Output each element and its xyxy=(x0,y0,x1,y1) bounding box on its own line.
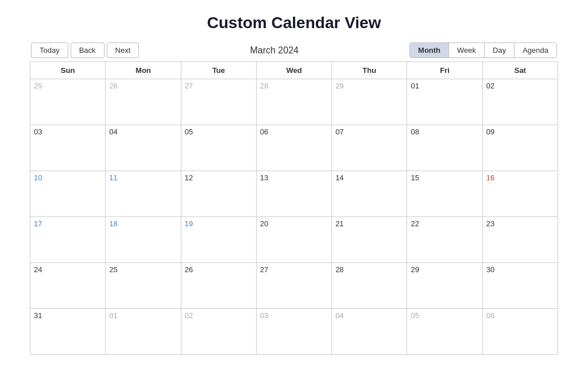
day-number: 21 xyxy=(335,219,343,228)
day-number: 16 xyxy=(486,173,494,182)
day-number: 26 xyxy=(185,265,193,274)
calendar-cell[interactable]: 04 xyxy=(106,125,181,171)
calendar-cell[interactable]: 07 xyxy=(332,125,407,171)
calendar-cell[interactable]: 30 xyxy=(482,263,558,309)
day-number: 28 xyxy=(335,265,343,274)
day-number: 03 xyxy=(260,311,268,320)
current-month-label: March 2024 xyxy=(139,45,409,56)
view-agenda-button[interactable]: Agenda xyxy=(514,43,556,57)
next-button[interactable]: Next xyxy=(107,42,140,58)
calendar-cell[interactable]: 22 xyxy=(407,217,482,263)
day-number: 02 xyxy=(185,311,193,320)
day-number: 05 xyxy=(185,127,193,136)
calendar-week-row: 17181920212223 xyxy=(30,217,558,263)
calendar-cell[interactable]: 21 xyxy=(332,217,407,263)
calendar-cell[interactable]: 26 xyxy=(181,263,256,309)
day-number: 25 xyxy=(34,82,42,90)
calendar-cell[interactable]: 05 xyxy=(181,125,256,171)
calendar-cell[interactable]: 27 xyxy=(256,263,331,309)
day-number: 27 xyxy=(260,265,268,274)
calendar-cell[interactable]: 31 xyxy=(30,309,106,355)
calendar-cell[interactable]: 05 xyxy=(407,309,482,355)
day-number: 13 xyxy=(260,173,268,182)
day-number: 19 xyxy=(185,219,193,228)
calendar-cell[interactable]: 17 xyxy=(30,217,106,263)
day-number: 06 xyxy=(260,127,268,136)
calendar-cell[interactable]: 25 xyxy=(106,263,181,309)
day-number: 09 xyxy=(486,127,494,136)
calendar-table: Sun Mon Tue Wed Thu Fri Sat 252627282901… xyxy=(30,61,558,355)
page-title: Custom Calendar View xyxy=(0,0,588,42)
calendar-cell[interactable]: 02 xyxy=(181,309,256,355)
calendar-week-row: 10111213141516 xyxy=(30,171,558,217)
calendar-cell[interactable]: 28 xyxy=(332,263,407,309)
calendar-cell[interactable]: 18 xyxy=(106,217,181,263)
calendar-cell[interactable]: 16 xyxy=(482,171,558,217)
calendar-cell[interactable]: 09 xyxy=(482,125,558,171)
col-thu: Thu xyxy=(332,62,407,79)
view-day-button[interactable]: Day xyxy=(485,43,514,57)
col-fri: Fri xyxy=(407,62,482,79)
view-week-button[interactable]: Week xyxy=(449,43,485,57)
today-button[interactable]: Today xyxy=(31,42,68,58)
calendar-cell[interactable]: 23 xyxy=(482,217,558,263)
calendar-cell[interactable]: 28 xyxy=(256,79,331,125)
day-number: 18 xyxy=(109,219,117,228)
toolbar: Today Back Next March 2024 Month Week Da… xyxy=(30,42,558,58)
calendar-cell[interactable]: 29 xyxy=(332,79,407,125)
day-number: 22 xyxy=(411,219,419,228)
day-number: 26 xyxy=(109,82,117,90)
calendar-cell[interactable]: 01 xyxy=(106,309,181,355)
calendar-cell[interactable]: 13 xyxy=(256,171,331,217)
day-number: 04 xyxy=(335,311,343,320)
calendar-cell[interactable]: 01 xyxy=(407,79,482,125)
calendar-cell[interactable]: 14 xyxy=(332,171,407,217)
toolbar-left: Today Back Next xyxy=(31,42,139,58)
day-number: 01 xyxy=(411,82,419,90)
day-number: 17 xyxy=(34,219,42,228)
back-button[interactable]: Back xyxy=(71,42,105,58)
calendar-cell[interactable]: 19 xyxy=(181,217,256,263)
day-number: 15 xyxy=(411,173,419,182)
calendar-cell[interactable]: 15 xyxy=(407,171,482,217)
day-number: 23 xyxy=(486,219,494,228)
calendar-cell[interactable]: 24 xyxy=(30,263,106,309)
calendar-cell[interactable]: 26 xyxy=(106,79,181,125)
col-tue: Tue xyxy=(181,62,256,79)
calendar-cell[interactable]: 03 xyxy=(256,309,331,355)
day-number: 24 xyxy=(34,265,42,274)
day-number: 02 xyxy=(486,82,494,90)
calendar-week-row: 31010203040506 xyxy=(30,309,558,355)
calendar-cell[interactable]: 10 xyxy=(30,171,106,217)
day-number: 20 xyxy=(260,219,268,228)
day-number: 08 xyxy=(411,127,419,136)
view-month-button[interactable]: Month xyxy=(410,43,449,57)
calendar-cell[interactable]: 11 xyxy=(106,171,181,217)
calendar-cell[interactable]: 06 xyxy=(482,309,558,355)
calendar-cell[interactable]: 25 xyxy=(30,79,106,125)
calendar-week-row: 03040506070809 xyxy=(30,125,558,171)
col-sat: Sat xyxy=(482,62,558,79)
calendar-cell[interactable]: 04 xyxy=(332,309,407,355)
calendar-cell[interactable]: 27 xyxy=(181,79,256,125)
day-number: 12 xyxy=(185,173,193,182)
view-switcher: Month Week Day Agenda xyxy=(409,42,557,58)
calendar-cell[interactable]: 08 xyxy=(407,125,482,171)
calendar-wrapper: Today Back Next March 2024 Month Week Da… xyxy=(30,42,558,355)
col-wed: Wed xyxy=(256,62,331,79)
calendar-cell[interactable]: 29 xyxy=(407,263,482,309)
calendar-cell[interactable]: 06 xyxy=(256,125,331,171)
day-number: 29 xyxy=(335,82,343,90)
day-number: 27 xyxy=(185,82,193,90)
day-number: 14 xyxy=(335,173,343,182)
calendar-cell[interactable]: 20 xyxy=(256,217,331,263)
day-number: 11 xyxy=(109,173,117,182)
day-number: 29 xyxy=(411,265,419,274)
calendar-cell[interactable]: 02 xyxy=(482,79,558,125)
calendar-cell[interactable]: 12 xyxy=(181,171,256,217)
day-number: 25 xyxy=(109,265,117,274)
calendar-cell[interactable]: 03 xyxy=(30,125,106,171)
day-number: 01 xyxy=(109,311,117,320)
day-number: 28 xyxy=(260,82,268,90)
calendar-week-row: 25262728290102 xyxy=(30,79,558,125)
